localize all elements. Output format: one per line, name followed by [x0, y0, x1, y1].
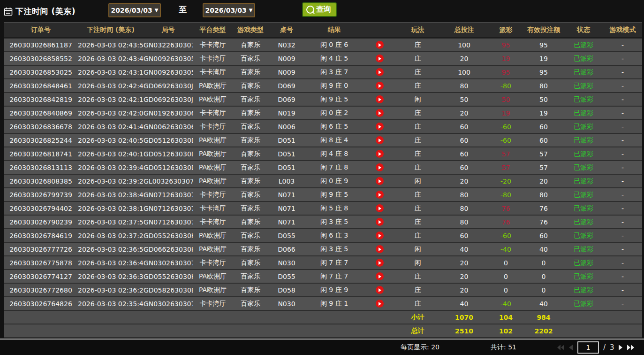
cell-round: GD051263030DQ: [144, 133, 193, 147]
date-range-to-label: 至: [179, 4, 187, 15]
table-row: 2603030268252442026-03-03 02:40:50GD0512…: [4, 133, 642, 147]
play-icon[interactable]: [376, 232, 384, 239]
cell-table-no: N009: [268, 52, 305, 65]
play-icon[interactable]: [376, 136, 384, 144]
cell-table-no: D069: [268, 93, 305, 106]
cell-status: 已派彩: [564, 174, 603, 188]
cell-game: 百家乐: [233, 297, 268, 310]
play-icon[interactable]: [376, 68, 384, 76]
play-icon[interactable]: [376, 204, 384, 212]
cell-empty: [233, 310, 268, 324]
play-icon[interactable]: [376, 41, 384, 49]
cell-replay: [364, 201, 395, 215]
cell-payout: 50: [488, 93, 523, 106]
cell-table-no: N071: [268, 215, 305, 229]
cell-order: 260303026764826: [4, 297, 78, 310]
cell-total-bet: 80: [440, 215, 488, 229]
cell-platform: 卡卡湾厅: [193, 120, 233, 133]
cell-bet-on: 庄: [395, 283, 440, 297]
play-icon[interactable]: [376, 95, 384, 103]
cell-order: 260303026842819: [4, 93, 78, 106]
cell-round: GD055263030HV: [144, 229, 193, 242]
cell-order: 260303026813113: [4, 161, 78, 174]
cell-total-bet: 100: [440, 65, 488, 79]
cell-valid-bet: 95: [523, 38, 564, 52]
cell-result: 闲 9 庄 1: [305, 297, 364, 310]
cell-order: 260303026775878: [4, 256, 78, 270]
cell-time: 2026-03-03 02:36:52: [78, 242, 144, 256]
play-icon[interactable]: [376, 218, 384, 226]
cell-valid-bet: 95: [523, 65, 564, 79]
cell-empty: [268, 310, 305, 324]
play-icon[interactable]: [376, 177, 384, 185]
column-header: 平台类型: [193, 23, 233, 38]
cell-total-bet: 40: [440, 242, 488, 256]
cell-status: 已派彩: [564, 106, 603, 120]
page-separator: /: [603, 343, 606, 352]
play-triangle: [379, 98, 381, 101]
cell-mode: -: [603, 297, 642, 310]
grand-total-label: 总计: [395, 324, 440, 338]
first-page-icon[interactable]: [557, 345, 565, 350]
cell-mode: -: [603, 93, 642, 106]
date-to-select[interactable]: 2026/03/03 ▼: [203, 3, 255, 17]
play-triangle: [379, 43, 381, 47]
date-from-select[interactable]: 2026/03/03 ▼: [108, 3, 161, 17]
cell-round: GN0712630307E: [144, 201, 193, 215]
cell-platform: 卡卡湾厅: [193, 256, 233, 270]
play-icon[interactable]: [376, 123, 384, 131]
play-icon[interactable]: [376, 150, 384, 158]
cell-table-no: N071: [268, 201, 305, 215]
column-header: 玩法: [395, 23, 440, 38]
cell-table-no: D051: [268, 133, 305, 147]
cell-time: 2026-03-03 02:42:49: [78, 79, 144, 93]
cell-replay: [364, 174, 395, 188]
cell-replay: [364, 297, 395, 310]
cell-mode: -: [603, 65, 642, 79]
cell-round: GD069263030JO: [144, 93, 193, 106]
toolbar: 下注时间 (美东) 2026/03/03 ▼ 至 2026/03/03 ▼ 查询: [0, 0, 644, 23]
cell-mode: -: [603, 52, 642, 65]
cell-table-no: D069: [268, 79, 305, 93]
query-button[interactable]: 查询: [302, 2, 337, 17]
cell-replay: [364, 65, 395, 79]
cell-payout: -40: [488, 242, 523, 256]
play-icon[interactable]: [376, 163, 384, 171]
cell-result: 闲 4 庄 8: [305, 147, 364, 161]
cell-replay: [364, 93, 395, 106]
play-icon[interactable]: [376, 245, 384, 253]
cell-platform: 卡卡湾厅: [193, 52, 233, 65]
last-page-icon[interactable]: [627, 345, 635, 350]
page-number-input[interactable]: [577, 341, 599, 354]
cell-platform: 卡卡湾厅: [193, 106, 233, 120]
cell-round: GD058263030ED: [144, 283, 193, 297]
play-icon[interactable]: [376, 259, 384, 267]
play-icon[interactable]: [376, 286, 384, 294]
cell-replay: [364, 147, 395, 161]
cell-total-bet: 20: [440, 283, 488, 297]
prev-page-icon[interactable]: [569, 345, 573, 350]
cell-replay: [364, 229, 395, 242]
play-icon[interactable]: [376, 54, 384, 62]
cell-payout: -80: [488, 79, 523, 93]
column-header: [364, 23, 395, 38]
play-icon[interactable]: [376, 82, 384, 90]
cell-replay: [364, 79, 395, 93]
play-icon[interactable]: [376, 300, 384, 308]
cell-status: 已派彩: [564, 93, 603, 106]
play-icon[interactable]: [376, 191, 384, 199]
play-icon[interactable]: [376, 272, 384, 280]
cell-platform: PA欧洲厅: [193, 133, 233, 147]
cell-platform: 卡卡湾厅: [193, 215, 233, 229]
cell-time: 2026-03-03 02:40:50: [78, 133, 144, 147]
cell-total-bet: 20: [440, 106, 488, 120]
play-icon[interactable]: [376, 109, 384, 117]
next-page-icon[interactable]: [619, 345, 623, 350]
cell-game: 百家乐: [233, 147, 268, 161]
cell-result: 闲 8 庄 4: [305, 133, 364, 147]
column-header: 桌号: [268, 23, 305, 38]
cell-game: 百家乐: [233, 106, 268, 120]
cell-replay: [364, 161, 395, 174]
cell-mode: -: [603, 147, 642, 161]
play-triangle: [379, 125, 381, 129]
